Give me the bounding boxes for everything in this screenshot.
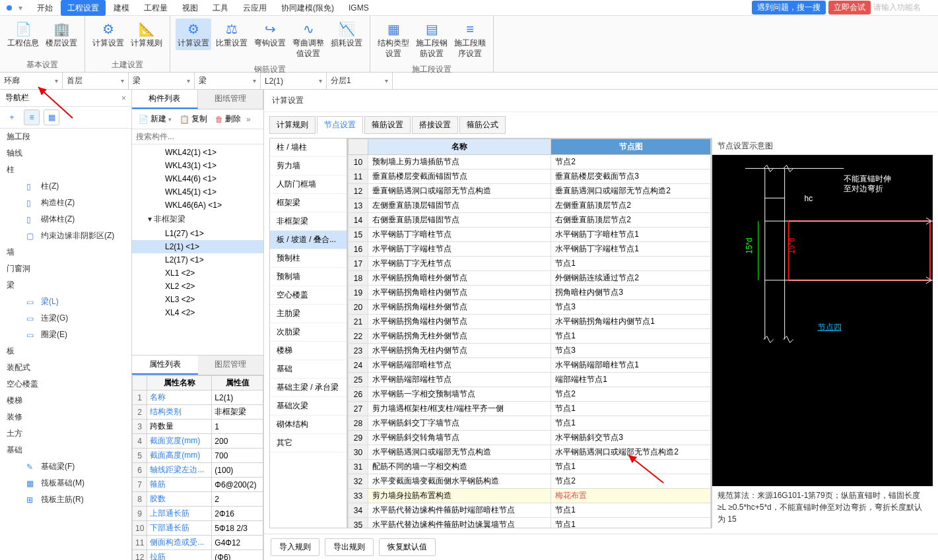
ribbon-施工段钢筋设置[interactable]: ▤施工段钢筋设置	[414, 18, 450, 60]
import-button[interactable]: 导入规则	[271, 538, 319, 556]
table-row[interactable]: 15水平钢筋丁字暗柱节点水平钢筋丁字暗柱节点1	[349, 228, 711, 242]
node-value[interactable]: 节点2	[551, 155, 711, 170]
copy-button[interactable]: 📋复制	[177, 112, 210, 126]
prop-value[interactable]: 5Φ18 2/3	[212, 521, 263, 536]
tab-component-list[interactable]: 构件列表	[132, 90, 198, 109]
prop-name[interactable]: 侧面构造或受...	[147, 536, 212, 550]
table-row[interactable]: 20水平钢筋拐角端柱外侧节点节点3	[349, 300, 711, 315]
category-item[interactable]: 预制墙	[270, 268, 347, 286]
menu-view[interactable]: 视图	[176, 0, 205, 16]
table-row[interactable]: 28水平钢筋斜交丁字墙节点节点1	[349, 416, 711, 431]
calc-tab-0[interactable]: 计算规则	[269, 116, 316, 134]
prop-name[interactable]: 截面高度(mm)	[147, 449, 212, 463]
nav-item[interactable]: ▯柱(Z)	[0, 178, 131, 195]
ribbon-弯曲调整值设置[interactable]: ∿弯曲调整值设置	[290, 18, 326, 60]
close-icon[interactable]: ×	[121, 94, 126, 103]
nav-section-土方[interactable]: 土方	[0, 425, 131, 442]
nav-item[interactable]: ⊞筏板主筋(R)	[0, 491, 131, 508]
nav-item[interactable]: ▯构造柱(Z)	[0, 195, 131, 211]
nav-item[interactable]: ▦筏板基础(M)	[0, 475, 131, 491]
prop-name[interactable]: 跨数量	[147, 420, 212, 434]
table-row[interactable]: 33剪力墙身拉筋布置构造梅花布置	[349, 489, 711, 503]
tree-item[interactable]: WKL42(1) <1>	[132, 146, 263, 159]
nav-section-楼梯[interactable]: 楼梯	[0, 392, 131, 409]
ribbon-损耗设置[interactable]: 📉损耗设置	[329, 18, 364, 50]
category-item[interactable]: 柱 / 墙柱	[270, 139, 347, 157]
category-item[interactable]: 人防门框墙	[270, 175, 347, 194]
ribbon-结构类型设置[interactable]: ▦结构类型设置	[376, 18, 411, 60]
table-row[interactable]: 13左侧垂直筋顶层锚固节点左侧垂直筋顶层节点2	[349, 199, 711, 213]
prop-name[interactable]: 胶数	[147, 492, 212, 507]
ribbon-工程信息[interactable]: 📄工程信息	[5, 18, 41, 50]
table-row[interactable]: 21水平钢筋拐角端柱内侧节点水平钢筋拐角端柱内侧节点1	[349, 315, 711, 329]
menu-cloud[interactable]: 云应用	[236, 0, 273, 16]
dropdown-4[interactable]: L2(1)▾	[261, 73, 327, 89]
nav-section-墙[interactable]: 墙	[0, 244, 131, 261]
node-value[interactable]: 节点2	[551, 387, 711, 402]
table-row[interactable]: 11垂直筋楼层变截面锚固节点垂直筋楼层变截面节点3	[349, 170, 711, 184]
nav-item[interactable]: ▯砌体柱(Z)	[0, 211, 131, 228]
delete-button[interactable]: 🗑删除	[213, 112, 244, 126]
table-row[interactable]: 31配筋不同的墙一字相交构造节点1	[349, 460, 711, 474]
category-item[interactable]: 框架梁	[270, 194, 347, 212]
table-row[interactable]: 25水平钢筋端部端柱节点端部端柱节点1	[349, 373, 711, 387]
menu-collab[interactable]: 协同建模(限免)	[275, 0, 341, 16]
node-value[interactable]: 垂直筋楼层变截面节点3	[551, 170, 711, 184]
menu-modeling[interactable]: 建模	[107, 0, 136, 16]
node-value[interactable]: 水平钢筋端部暗柱节点1	[551, 358, 711, 373]
ribbon-楼层设置[interactable]: 🏢楼层设置	[44, 18, 79, 50]
tree-item[interactable]: WKL44(6) <1>	[132, 172, 263, 185]
table-row[interactable]: 23水平钢筋拐角无柱内侧节点节点3	[349, 344, 711, 358]
prop-name[interactable]: 截面宽度(mm)	[147, 434, 212, 449]
category-item[interactable]: 空心楼盖	[270, 286, 347, 305]
tree-item[interactable]: L1(27) <1>	[132, 227, 263, 240]
table-row[interactable]: 35水平筋代替边缘构件箍筋时边缘翼墙节点节点1	[349, 518, 711, 529]
new-button[interactable]: 📄新建▾	[136, 112, 174, 126]
prop-value[interactable]: 2Φ16	[212, 507, 263, 521]
node-value[interactable]: 梅花布置	[551, 489, 711, 503]
tree-item[interactable]: XL4 <2>	[132, 306, 263, 319]
calc-tab-2[interactable]: 箍筋设置	[364, 116, 411, 134]
nav-grid-icon[interactable]: ▦	[44, 109, 59, 125]
dropdown-1[interactable]: 首层▾	[63, 73, 129, 89]
tree-item[interactable]: L2(1) <1>	[132, 240, 263, 253]
category-item[interactable]: 非框架梁	[270, 212, 347, 231]
nav-section-板[interactable]: 板	[0, 343, 131, 359]
ribbon-施工段顺序设置[interactable]: ≡施工段顺序设置	[452, 18, 488, 60]
ribbon-比重设置[interactable]: ⚖比重设置	[214, 18, 250, 50]
menu-igms[interactable]: IGMS	[342, 0, 376, 16]
tab-layers[interactable]: 图层管理	[198, 356, 264, 375]
category-item[interactable]: 剪力墙	[270, 157, 347, 175]
node-value[interactable]: 右侧垂直筋顶层节点2	[551, 213, 711, 228]
node-value[interactable]: 节点1	[551, 402, 711, 416]
search-input[interactable]	[136, 132, 259, 141]
table-row[interactable]: 34水平筋代替边缘构件箍筋时端部暗柱节点节点1	[349, 503, 711, 518]
nav-add-icon[interactable]: +	[4, 109, 20, 125]
category-item[interactable]: 主肋梁	[270, 305, 347, 323]
tree-item[interactable]: WKL43(1) <1>	[132, 159, 263, 172]
nav-section-梁[interactable]: 梁	[0, 277, 131, 294]
table-row[interactable]: 29水平钢筋斜交转角墙节点水平钢筋斜交节点3	[349, 431, 711, 445]
export-button[interactable]: 导出规则	[325, 538, 374, 556]
table-row[interactable]: 17水平钢筋丁字无柱节点节点1	[349, 257, 711, 271]
tree-item[interactable]: WKL45(1) <1>	[132, 185, 263, 199]
prop-value[interactable]: 2	[212, 492, 263, 507]
node-value[interactable]: 节点1	[551, 257, 711, 271]
prop-name[interactable]: 轴线距梁左边...	[147, 463, 212, 478]
node-value[interactable]: 节点2	[551, 474, 711, 489]
category-item[interactable]: 楼梯	[270, 342, 347, 360]
nav-item[interactable]: ▭圈梁(E)	[0, 327, 131, 343]
prop-value[interactable]: Φ6@200(2)	[212, 478, 263, 492]
prop-value[interactable]: 非框架梁	[212, 405, 263, 420]
prop-value[interactable]: 700	[212, 449, 263, 463]
table-row[interactable]: 14右侧垂直筋顶层锚固节点右侧垂直筋顶层节点2	[349, 213, 711, 228]
node-value[interactable]: 垂直筋遇洞口或端部无节点构造2	[551, 184, 711, 199]
table-row[interactable]: 18水平钢筋拐角暗柱外侧节点外侧钢筋连续通过节点2	[349, 271, 711, 286]
prop-name[interactable]: 名称	[147, 390, 212, 405]
node-value[interactable]: 水平钢筋丁字端柱节点1	[551, 242, 711, 257]
table-row[interactable]: 10预制墙上剪力墙插筋节点节点2	[349, 155, 711, 170]
table-row[interactable]: 32水平变截面墙变截面侧水平钢筋构造节点2	[349, 474, 711, 489]
prop-value[interactable]: (100)	[212, 463, 263, 478]
prop-name[interactable]: 结构类别	[147, 405, 212, 420]
category-item[interactable]: 其它	[270, 434, 347, 452]
